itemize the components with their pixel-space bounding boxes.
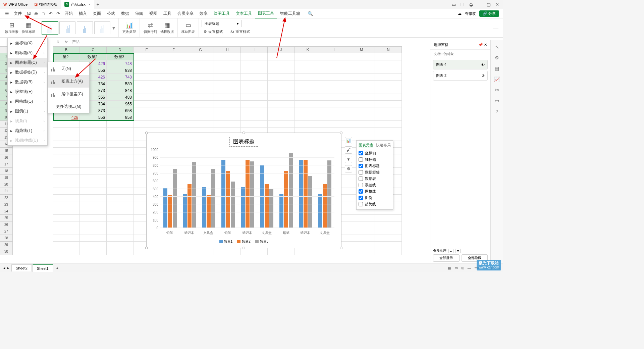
cell[interactable]	[268, 94, 294, 101]
cell[interactable]	[107, 201, 133, 208]
cell[interactable]	[348, 242, 375, 248]
cell[interactable]	[348, 128, 375, 134]
popup-checkbox[interactable]	[359, 196, 363, 200]
bar[interactable]	[211, 169, 215, 228]
menu-draw-tools[interactable]: 绘图工具	[211, 9, 233, 18]
chart-style-button[interactable]: 🖌	[345, 146, 352, 154]
cell[interactable]	[348, 114, 375, 121]
cell[interactable]: 556	[80, 114, 107, 121]
cell[interactable]	[107, 208, 133, 215]
popup-opt-1[interactable]: 轴标题	[359, 156, 391, 163]
cell[interactable]	[375, 215, 402, 221]
cell[interactable]	[53, 134, 80, 141]
rail-tools-icon[interactable]: ✂	[495, 87, 499, 93]
rail-layers-icon[interactable]: ▤	[495, 66, 499, 71]
cell[interactable]	[241, 101, 268, 107]
cell[interactable]	[321, 60, 348, 67]
chart-handle[interactable]	[340, 247, 342, 249]
cell[interactable]	[321, 114, 348, 121]
menu-icon[interactable]: ☰	[3, 11, 11, 16]
cell[interactable]	[107, 248, 133, 255]
cell[interactable]	[160, 74, 187, 81]
cell[interactable]	[107, 168, 133, 174]
eye-icon[interactable]: 👁	[481, 63, 485, 67]
cell[interactable]: 数量3	[107, 53, 133, 60]
cell[interactable]	[53, 228, 80, 235]
cell[interactable]	[214, 53, 241, 60]
cell[interactable]	[80, 181, 107, 188]
rail-chart-icon[interactable]: 📈	[494, 77, 500, 82]
row-header[interactable]: 26	[0, 221, 13, 228]
sheet-tab-2[interactable]: Sheet2	[11, 264, 32, 271]
cell[interactable]	[375, 87, 402, 94]
chart-handle[interactable]	[145, 132, 148, 134]
cube-icon[interactable]: ❐	[461, 2, 465, 7]
cell[interactable]	[80, 188, 107, 195]
cell[interactable]	[294, 121, 321, 128]
cloud-icon[interactable]: ☁	[458, 11, 462, 16]
cell[interactable]	[53, 242, 80, 248]
cell[interactable]	[107, 221, 133, 228]
cell[interactable]	[80, 161, 107, 168]
cell[interactable]	[107, 242, 133, 248]
print-icon[interactable]: 🖶	[32, 11, 40, 16]
cell[interactable]	[214, 248, 241, 255]
ribbon-collapse-icon[interactable]: —	[493, 25, 502, 31]
cell[interactable]	[160, 101, 187, 107]
cell[interactable]	[107, 235, 133, 242]
cell[interactable]	[80, 148, 107, 154]
row-header[interactable]: 29	[0, 242, 13, 248]
popup-opt-5[interactable]: 误差线	[359, 182, 391, 188]
menu-data[interactable]: 数据	[118, 9, 132, 18]
bar[interactable]	[304, 160, 308, 228]
cell[interactable]	[348, 94, 375, 101]
chart-settings-button[interactable]: ⚙	[345, 165, 352, 172]
zoom-fbar-icon[interactable]: ⊕	[54, 40, 62, 44]
cell[interactable]	[53, 208, 80, 215]
popup-checkbox[interactable]	[359, 183, 363, 187]
cell[interactable]	[241, 87, 268, 94]
select-data-button[interactable]: ▦选择数据	[159, 21, 175, 34]
menu-view[interactable]: 视图	[146, 9, 160, 18]
menu-review[interactable]: 审阅	[132, 9, 146, 18]
bar[interactable]	[173, 169, 177, 228]
cell[interactable]	[80, 235, 107, 242]
cell[interactable]	[294, 114, 321, 121]
menu-member[interactable]: 会员专享	[174, 9, 197, 18]
avatar-icon[interactable]: ◒	[469, 2, 473, 7]
cell[interactable]	[160, 53, 187, 60]
cell[interactable]	[321, 74, 348, 81]
cell[interactable]	[241, 107, 268, 114]
col-header-C[interactable]: C	[80, 46, 107, 53]
cell[interactable]	[80, 154, 107, 161]
submenu-more[interactable]: 更多选项...(M)	[48, 100, 89, 113]
cell[interactable]	[53, 121, 80, 128]
bar[interactable]	[289, 153, 293, 228]
dd-item-3[interactable]: ▸数据标签(D)›	[8, 67, 47, 77]
cell[interactable]	[348, 134, 375, 141]
cell[interactable]	[321, 121, 348, 128]
legend-item[interactable]: 数量2	[237, 239, 251, 244]
cell[interactable]	[348, 248, 375, 255]
cell[interactable]	[53, 168, 80, 174]
bar[interactable]	[269, 189, 273, 228]
cell[interactable]: 858	[107, 114, 133, 121]
cell[interactable]	[294, 101, 321, 107]
sheet-nav-next[interactable]: ▸	[7, 266, 9, 270]
cell[interactable]	[268, 74, 294, 81]
cell[interactable]	[214, 67, 241, 74]
cell[interactable]	[133, 81, 160, 87]
cell[interactable]	[53, 161, 80, 168]
dd-item-0[interactable]: ▸坐标轴(X)›	[8, 38, 47, 48]
share-button[interactable]: 🔗 分享	[479, 10, 499, 17]
row-header[interactable]: 17	[0, 161, 13, 168]
cell[interactable]: 965	[107, 101, 133, 107]
move-chart-button[interactable]: ▭移动图表	[180, 21, 197, 34]
cell[interactable]	[375, 53, 402, 60]
popup-opt-0[interactable]: 坐标轴	[359, 150, 391, 156]
popup-checkbox[interactable]	[359, 164, 363, 168]
row-header[interactable]: 18	[0, 168, 13, 174]
cell[interactable]	[107, 154, 133, 161]
cell[interactable]	[187, 114, 214, 121]
set-format-button[interactable]: ⚙设置格式	[202, 29, 225, 35]
